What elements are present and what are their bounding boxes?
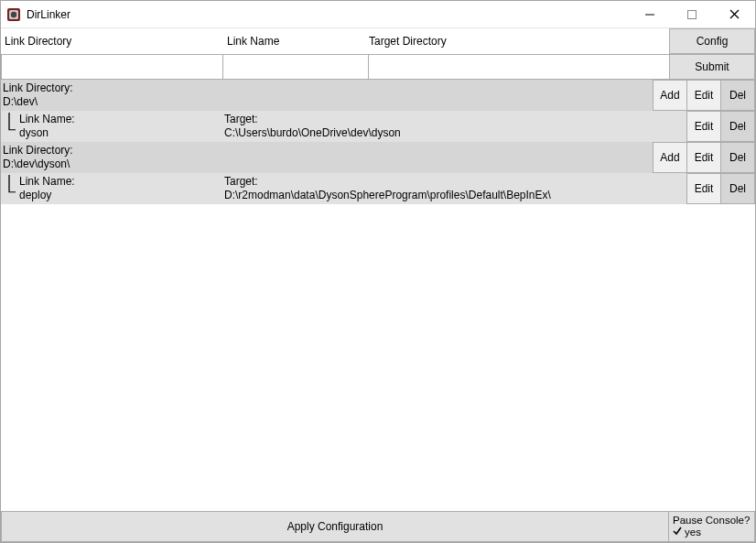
group-label: Link Directory: xyxy=(3,144,241,157)
delete-button[interactable]: Del xyxy=(720,173,755,204)
title-bar: DirLinker xyxy=(1,1,755,28)
input-row: Submit xyxy=(1,54,755,80)
apply-configuration-button[interactable]: Apply Configuration xyxy=(1,511,669,542)
group-dir: D:\dev\ xyxy=(3,95,241,109)
pause-console-toggle[interactable]: Pause Console? yes xyxy=(669,511,755,542)
item-name-label: Link Name: xyxy=(19,175,224,189)
delete-button[interactable]: Del xyxy=(720,142,755,173)
svg-point-2 xyxy=(11,11,16,16)
pause-console-label: Pause Console? xyxy=(673,515,750,527)
group-row: Link Directory: D:\dev\ Add Edit Del xyxy=(1,80,755,111)
config-button[interactable]: Config xyxy=(669,28,755,54)
item-name: dyson xyxy=(19,126,224,140)
delete-button[interactable]: Del xyxy=(720,111,755,142)
footer: Apply Configuration Pause Console? yes xyxy=(1,511,755,542)
minimize-button[interactable] xyxy=(629,1,671,28)
edit-button[interactable]: Edit xyxy=(686,111,721,142)
add-button[interactable]: Add xyxy=(653,142,687,173)
item-target: D:\r2modman\data\DysonSphereProgram\prof… xyxy=(224,189,653,202)
pause-console-value: yes xyxy=(685,527,701,538)
window-title: DirLinker xyxy=(27,8,70,21)
item-row: Link Name: deploy Target: D:\r2modman\da… xyxy=(1,173,755,204)
tree-branch-icon xyxy=(7,175,16,202)
add-button[interactable]: Add xyxy=(653,80,687,111)
close-button[interactable] xyxy=(713,1,755,28)
header-target-directory: Target Directory xyxy=(365,28,669,54)
group-label: Link Directory: xyxy=(3,81,241,95)
links-list: Link Directory: D:\dev\ Add Edit Del Lin… xyxy=(1,80,755,511)
target-directory-input[interactable] xyxy=(368,54,670,80)
header-link-directory: Link Directory xyxy=(1,28,223,54)
item-target-label: Target: xyxy=(224,113,653,126)
link-directory-input[interactable] xyxy=(1,54,223,80)
item-target: C:\Users\burdo\OneDrive\dev\dyson xyxy=(224,126,653,140)
column-headers: Link Directory Link Name Target Director… xyxy=(1,28,755,54)
edit-button[interactable]: Edit xyxy=(686,173,721,204)
app-icon xyxy=(6,7,21,22)
group-row: Link Directory: D:\dev\dyson\ Add Edit D… xyxy=(1,142,755,173)
maximize-button[interactable] xyxy=(671,1,713,28)
item-target-label: Target: xyxy=(224,175,653,189)
item-name: deploy xyxy=(19,189,224,202)
group-dir: D:\dev\dyson\ xyxy=(3,157,241,171)
checkmark-icon xyxy=(673,527,682,538)
delete-button[interactable]: Del xyxy=(720,80,755,111)
svg-rect-4 xyxy=(688,10,697,18)
item-row: Link Name: dyson Target: C:\Users\burdo\… xyxy=(1,111,755,142)
edit-button[interactable]: Edit xyxy=(686,142,721,173)
header-link-name: Link Name xyxy=(223,28,365,54)
link-name-input[interactable] xyxy=(222,54,369,80)
submit-button[interactable]: Submit xyxy=(669,54,755,80)
edit-button[interactable]: Edit xyxy=(686,80,721,111)
tree-branch-icon xyxy=(7,113,16,140)
item-name-label: Link Name: xyxy=(19,113,224,126)
app-window: DirLinker Link Directory Link Name Targe… xyxy=(0,0,756,543)
